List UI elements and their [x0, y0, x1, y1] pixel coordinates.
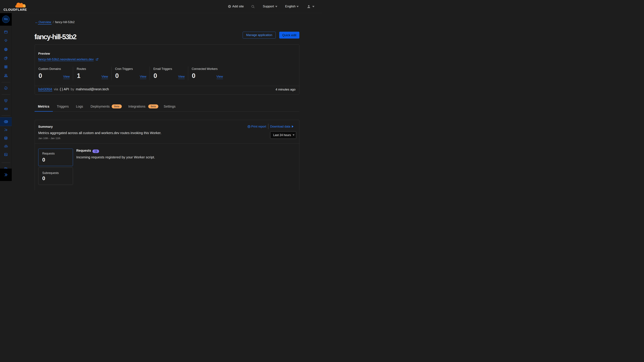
- svg-text:www.: www.: [5, 49, 7, 50]
